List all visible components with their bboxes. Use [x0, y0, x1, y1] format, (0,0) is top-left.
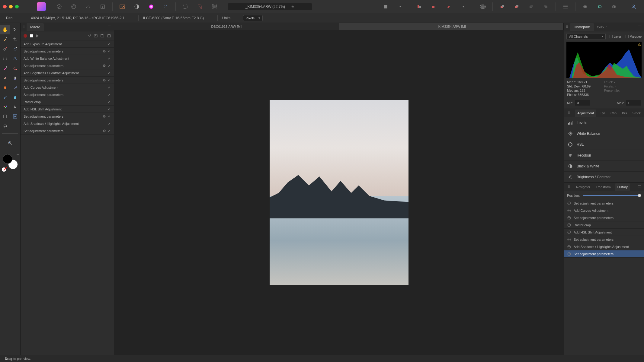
selection-brush-tool[interactable]: [0, 44, 10, 54]
dropdown-icon[interactable]: ▾: [396, 3, 404, 10]
burn-tool[interactable]: [0, 83, 10, 92]
document-tab[interactable]: DSC01913.ARW [M]: [114, 23, 339, 30]
op-sub-icon[interactable]: [596, 3, 603, 10]
align-icon[interactable]: [416, 3, 423, 10]
check-icon[interactable]: ✓: [108, 64, 111, 68]
filename-field[interactable]: _KIM3354.ARW (22.7%)★: [228, 3, 312, 10]
position-slider[interactable]: [583, 195, 641, 196]
shape-tool[interactable]: [0, 112, 10, 121]
macro-step[interactable]: Set adjustment parameters⚙✓: [21, 77, 114, 84]
image-icon[interactable]: [119, 3, 126, 10]
history-item[interactable]: Raster crop: [564, 221, 644, 229]
adjustment-item[interactable]: White Balance: [564, 128, 644, 139]
adjustment-item[interactable]: HSL: [564, 139, 644, 150]
adjustment-item[interactable]: Black & White: [564, 161, 644, 172]
min-input[interactable]: [575, 100, 590, 106]
panel-menu-icon[interactable]: ☰: [637, 24, 642, 30]
history-item[interactable]: Add Shadows / Highlights Adjustment: [564, 243, 644, 250]
select-rect-icon[interactable]: [182, 3, 189, 10]
macro-step[interactable]: Raster crop✓: [21, 98, 114, 106]
check-icon[interactable]: ✓: [108, 100, 111, 104]
marquee-checkbox[interactable]: Marquee: [626, 35, 642, 38]
check-icon[interactable]: ✓: [108, 107, 111, 111]
dropdown-2-icon[interactable]: ▾: [460, 3, 467, 10]
tab-lyr[interactable]: Lyr: [599, 110, 606, 117]
tab-macro[interactable]: Macro: [27, 23, 44, 31]
tab-brs[interactable]: Brs: [621, 110, 628, 117]
gear-icon[interactable]: ⚙: [103, 49, 106, 53]
max-input[interactable]: [626, 100, 641, 106]
zoom-tool[interactable]: [5, 138, 15, 148]
minimize-window-button[interactable]: [9, 5, 13, 8]
reset-icon[interactable]: ↺: [88, 34, 91, 38]
tab-transform[interactable]: Transform: [594, 183, 612, 191]
crop-tool[interactable]: [10, 34, 21, 44]
persona-export-icon[interactable]: [99, 3, 106, 10]
history-item[interactable]: Set adjustment parameters: [564, 200, 644, 207]
dodge-tool[interactable]: [10, 83, 21, 92]
list-icon[interactable]: [562, 3, 569, 10]
canvas-view[interactable]: [114, 30, 564, 355]
persona-liquify-icon[interactable]: [70, 3, 77, 10]
stop-button[interactable]: [30, 34, 33, 37]
arrange-forward-icon[interactable]: [513, 3, 521, 10]
import-icon[interactable]: [94, 34, 98, 38]
flood-select-tool[interactable]: [10, 44, 21, 54]
arrange-back-icon[interactable]: [542, 3, 549, 10]
gear-icon[interactable]: ⚙: [103, 78, 106, 82]
units-select[interactable]: Pixels: [243, 15, 263, 21]
panel-menu-icon[interactable]: ☰: [107, 24, 112, 30]
mask-icon[interactable]: [133, 3, 140, 10]
fill-tool[interactable]: [10, 63, 21, 73]
check-icon[interactable]: ✓: [108, 85, 111, 90]
history-item[interactable]: Set adjustment parameters: [564, 214, 644, 221]
panel-grip-icon[interactable]: ⠿: [21, 25, 27, 29]
tab-history[interactable]: History: [615, 183, 630, 191]
persona-photo-icon[interactable]: [56, 3, 63, 10]
gear-icon[interactable]: ⚙: [103, 129, 106, 133]
pen-tool[interactable]: [10, 102, 21, 112]
op-add-icon[interactable]: [582, 3, 589, 10]
play-button[interactable]: [36, 34, 39, 37]
deselect-icon[interactable]: [196, 3, 203, 10]
check-icon[interactable]: ✓: [108, 114, 111, 119]
blur-tool[interactable]: [10, 92, 21, 102]
color-wheel-icon[interactable]: [148, 3, 155, 10]
color-picker-tool[interactable]: [0, 34, 10, 44]
swatch-button[interactable]: [382, 3, 389, 10]
tab-colour[interactable]: Colour: [594, 24, 610, 31]
check-icon[interactable]: ✓: [108, 129, 111, 133]
record-button[interactable]: [24, 34, 27, 38]
marquee-tool[interactable]: [0, 54, 10, 63]
check-icon[interactable]: ✓: [108, 42, 111, 46]
tab-stock[interactable]: Stock: [631, 110, 642, 117]
color-swatches[interactable]: ⤺: [3, 154, 18, 169]
panel-grip-icon[interactable]: ⠿: [566, 111, 572, 115]
macro-step[interactable]: Set adjustment parameters✓: [21, 91, 114, 98]
macro-step[interactable]: Add Shadows / Highlights Adjustment✓: [21, 120, 114, 127]
maximize-window-button[interactable]: [15, 5, 19, 8]
check-icon[interactable]: ✓: [108, 122, 111, 126]
macro-step[interactable]: Add HSL Shift Adjustment✓: [21, 106, 114, 113]
liquify-tool-icon[interactable]: [445, 3, 452, 10]
adjustment-item[interactable]: Recolour: [564, 150, 644, 161]
macro-step[interactable]: Add White Balance Adjustment✓: [21, 55, 114, 62]
macro-step[interactable]: Set adjustment parameters⚙✓: [21, 127, 114, 135]
history-item[interactable]: Set adjustment parameters: [564, 236, 644, 243]
macro-step[interactable]: Add Curves Adjustment✓: [21, 84, 114, 91]
tab-adjustment[interactable]: Adjustment: [575, 110, 596, 117]
align-2-icon[interactable]: [431, 3, 438, 10]
channel-select[interactable]: All Channels: [566, 33, 606, 40]
layer-checkbox[interactable]: Layer: [610, 35, 621, 38]
history-item[interactable]: Set adjustment parameters: [564, 250, 644, 258]
macro-step[interactable]: Set adjustment parameters⚙✓: [21, 62, 114, 69]
heal-tool[interactable]: [0, 73, 10, 83]
account-icon[interactable]: [630, 3, 637, 10]
history-item[interactable]: Add HSL Shift Adjustment: [564, 229, 644, 236]
quick-mask-icon[interactable]: [479, 3, 486, 10]
move-tool[interactable]: [10, 25, 21, 34]
document-tab[interactable]: _KIM3354.ARW [M]: [339, 23, 564, 30]
select-all-icon[interactable]: [211, 3, 218, 10]
macro-step[interactable]: Set adjustment parameters⚙✓: [21, 48, 114, 55]
arrange-backward-icon[interactable]: [528, 3, 535, 10]
